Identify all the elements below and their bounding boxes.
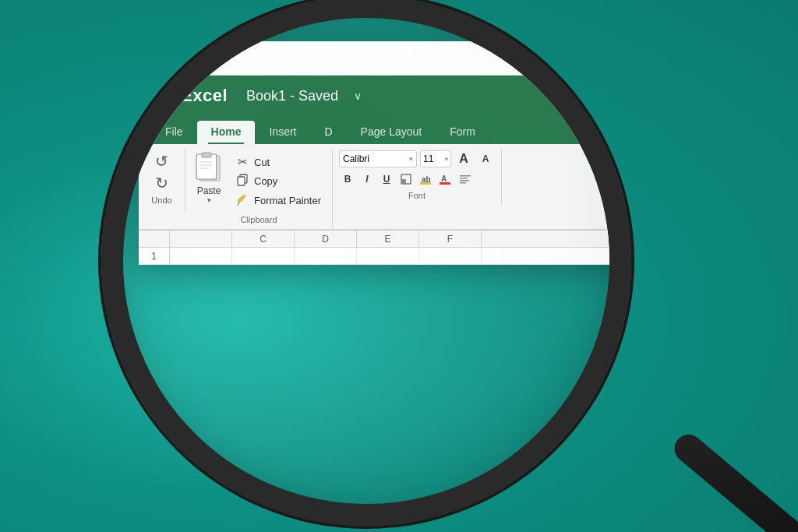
cell-c1[interactable] [232, 248, 295, 264]
cell-d1[interactable] [295, 248, 357, 264]
svg-rect-13 [440, 182, 450, 185]
col-header-d: D [295, 231, 357, 247]
col-header-f: F [419, 231, 482, 247]
clipboard-group-label: Clipboard [193, 213, 324, 229]
svg-rect-16 [460, 180, 469, 181]
font-row2: B I U ab [339, 171, 495, 188]
ribbon-content: ↺ ↺ Undo [139, 144, 631, 230]
font-dropdown-arrow: ▾ [409, 155, 413, 163]
redo-button[interactable]: ↺ [155, 172, 168, 194]
tab-page-layout[interactable]: Page Layout [347, 121, 436, 144]
font-color-button[interactable]: A [436, 171, 454, 188]
format-painter-label: Format Painter [254, 195, 321, 206]
book-title: Book1 - Saved [246, 88, 338, 104]
font-name-select[interactable]: Calibri ▾ [339, 150, 417, 167]
window-controls [148, 53, 191, 63]
cut-label: Cut [254, 157, 270, 168]
excel-header-bar: Excel Book1 - Saved ∨ [139, 76, 631, 116]
copy-button[interactable]: Copy [232, 172, 324, 190]
spreadsheet-area: C D E F 1 [139, 230, 631, 265]
cell-b1[interactable] [170, 248, 232, 264]
title-dropdown-arrow[interactable]: ∨ [354, 90, 362, 102]
tab-file[interactable]: File [151, 121, 197, 144]
column-headers: C D E F [139, 231, 631, 248]
font-grow-button[interactable]: A [454, 150, 473, 167]
svg-rect-9 [401, 179, 406, 184]
font-group: Calibri ▾ 11 ▾ A A B I U [333, 149, 502, 205]
copy-label: Copy [254, 175, 277, 187]
format-painter-icon [235, 193, 249, 208]
size-dropdown-arrow: ▾ [445, 156, 448, 163]
cut-button[interactable]: ✂ Cut [232, 153, 324, 171]
font-group-label: Font [339, 191, 495, 205]
svg-rect-11 [420, 182, 431, 185]
italic-button[interactable]: I [358, 171, 376, 188]
paste-dropdown-arrow[interactable]: ▾ [207, 196, 211, 204]
font-shrink-button[interactable]: A [476, 150, 495, 167]
alignment-icons [459, 174, 471, 185]
svg-rect-15 [460, 178, 468, 179]
cut-icon: ✂ [235, 155, 249, 169]
paste-label: Paste [197, 185, 221, 196]
font-size-value: 11 [423, 153, 433, 164]
col-header-b [170, 231, 232, 247]
title-bar: ⊞ ‹ › [139, 41, 631, 76]
tab-insert[interactable]: Insert [255, 121, 310, 144]
corner-cell [139, 231, 170, 247]
clipboard-actions: ✂ Cut Copy [232, 150, 324, 210]
copy-icon [235, 174, 249, 188]
row-number-1: 1 [139, 248, 170, 264]
svg-rect-14 [460, 175, 471, 177]
paste-icon [193, 150, 224, 185]
excel-window: ⊞ ‹ › Excel Book1 - Saved ∨ File H [139, 41, 631, 265]
magnifier-lens: ⊞ ‹ › Excel Book1 - Saved ∨ File H [101, 0, 631, 526]
format-painter-button[interactable]: Format Painter [232, 192, 324, 210]
undo-redo-area: ↺ ↺ Undo [139, 149, 185, 211]
cell-f1[interactable] [419, 248, 482, 264]
font-row1: Calibri ▾ 11 ▾ A A [339, 150, 495, 167]
undo-label: Undo [151, 196, 171, 205]
app-grid-icon[interactable] [151, 87, 168, 104]
ribbon-tabs: File Home Insert D Page Layout Form [139, 116, 631, 144]
table-row: 1 [139, 248, 631, 265]
clipboard-group: Paste ▾ ✂ Cut [185, 149, 333, 229]
clipboard-items: Paste ▾ ✂ Cut [193, 150, 324, 210]
svg-rect-7 [238, 177, 245, 185]
close-button[interactable] [148, 53, 158, 63]
border-button[interactable] [397, 171, 415, 188]
underline-button[interactable]: U [378, 171, 395, 188]
undo-button[interactable]: ↺ [155, 150, 168, 172]
minimize-button[interactable] [164, 53, 175, 63]
tab-d[interactable]: D [310, 121, 346, 144]
col-header-c: C [232, 231, 295, 247]
font-name-value: Calibri [343, 153, 369, 164]
align-icon [459, 174, 471, 185]
tab-home[interactable]: Home [197, 121, 256, 144]
svg-text:A: A [441, 174, 447, 183]
paste-button[interactable]: Paste ▾ [193, 150, 224, 204]
bold-button[interactable]: B [339, 171, 356, 188]
app-title: Excel [181, 86, 228, 106]
svg-rect-17 [460, 182, 466, 184]
svg-rect-2 [202, 153, 211, 157]
tab-formulas[interactable]: Form [436, 121, 489, 144]
maximize-button[interactable] [181, 53, 191, 63]
font-size-select[interactable]: 11 ▾ [420, 150, 451, 167]
col-header-e: E [357, 231, 419, 247]
svg-rect-1 [196, 154, 217, 179]
cell-e1[interactable] [357, 248, 419, 264]
highlight-button[interactable]: ab [417, 171, 434, 188]
